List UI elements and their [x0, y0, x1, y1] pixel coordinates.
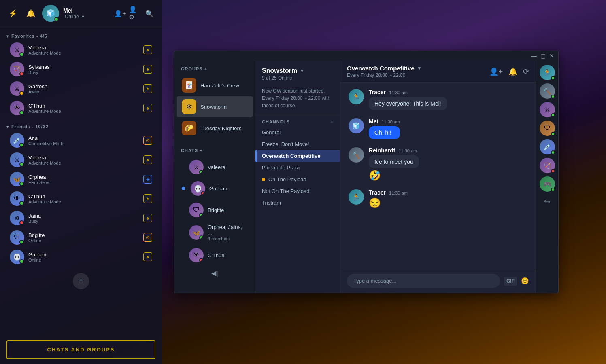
groups-list: 🃏 Han Zolo's Crew ❄ Snowstorm 🌮 Tuesday …	[174, 74, 255, 139]
top-bar: ⚡ 🔔 🧊 Mei Online ▾ 👤+ 👤⚙ 🔍	[0, 0, 162, 27]
message-input[interactable]	[347, 274, 500, 288]
favorite-item[interactable]: 👁 C'Thun Adventure Mode ♠	[3, 98, 159, 118]
notification-icon[interactable]: 🔔	[508, 67, 517, 76]
group-title-row[interactable]: Snowstorm ▼	[262, 67, 334, 74]
main-chat: Overwatch Competitive ▼ Every Friday 20:…	[340, 61, 536, 293]
friend-item[interactable]: 🦋 Orphea Hero Select ◈	[3, 169, 159, 189]
group-item[interactable]: ❄ Snowstorm	[177, 96, 253, 117]
right-panel-avatar[interactable]: ⚔	[540, 102, 555, 117]
friend-info: Garrosh Away	[28, 83, 139, 94]
channel-item[interactable]: Freeze, Don't Move!	[255, 138, 340, 150]
friend-badge: ♠	[143, 214, 152, 222]
friend-mode: Adventure Mode	[28, 109, 139, 114]
favorites-section-header[interactable]: ▾ Favorites - 4/5	[0, 30, 162, 40]
right-panel-avatar[interactable]: 🏃	[540, 65, 555, 80]
manage-friends-button[interactable]: 👤⚙	[129, 7, 141, 19]
favorite-item[interactable]: 🏹 Sylvanas Busy ♠	[3, 59, 159, 79]
friend-badge: ♠	[143, 104, 152, 112]
collapse-panel-button[interactable]: ◀|	[174, 266, 255, 280]
channel-item[interactable]: Overwatch Competitive	[255, 150, 340, 162]
friend-mode: Adventure Mode	[28, 161, 139, 165]
search-button[interactable]: 🔍	[143, 7, 155, 19]
group-avatar: ❄	[182, 99, 196, 114]
minimize-button[interactable]: —	[531, 53, 537, 59]
friend-mode: Hero Select	[28, 180, 139, 185]
message-avatar-img: 🧊	[349, 118, 364, 133]
emoji-button[interactable]: 😊	[521, 277, 529, 285]
group-item[interactable]: 🌮 Tuesday Nighters	[177, 118, 253, 139]
channel-item[interactable]: Pineapple Pizza	[255, 162, 340, 174]
chat-header: Overwatch Competitive ▼ Every Friday 20:…	[340, 61, 536, 83]
group-header: Snowstorm ▼ 9 of 25 Online	[255, 61, 340, 84]
maximize-button[interactable]: ▢	[540, 53, 546, 59]
friend-badge: ♠	[143, 84, 152, 93]
friends-section-header[interactable]: ▾ Friends - 10/32	[0, 121, 162, 131]
friend-info: C'Thun Adventure Mode	[28, 193, 139, 204]
lightning-icon[interactable]: ⚡	[6, 7, 19, 20]
chat-title-section: Overwatch Competitive ▼ Every Friday 20:…	[347, 65, 489, 78]
channel-name: Pineapple Pizza	[262, 165, 300, 171]
chats-groups-button[interactable]: CHATS AND GROUPS	[6, 340, 155, 359]
channel-item[interactable]: Not On The Payload	[255, 185, 340, 197]
right-panel-avatar[interactable]: 💉	[540, 139, 555, 154]
chat-item[interactable]: 🦋 Orphea, Jaina, ... 4 members	[177, 221, 253, 244]
friend-info: Jaina Busy	[28, 213, 139, 224]
bell-icon[interactable]: 🔔	[24, 7, 37, 20]
favorite-item[interactable]: ⚔ Garrosh Away ♠	[3, 79, 159, 98]
friend-badge: ♠	[143, 194, 152, 203]
channels-list: General Freeze, Don't Move! Overwatch Co…	[255, 127, 340, 209]
message-author: Mei	[369, 118, 378, 125]
chat-item[interactable]: 👁 C'Thun	[177, 245, 253, 266]
friend-item[interactable]: ⚔ Valeera Adventure Mode ♠	[3, 150, 159, 169]
message-avatar-img: 🔨	[349, 147, 364, 163]
chat-item-info: Valeera	[208, 164, 225, 170]
send-button[interactable]: ↪	[542, 195, 553, 209]
friend-item[interactable]: 🛡 Brigitte Online ⊙	[3, 228, 159, 247]
friend-item[interactable]: 💀 Gul'dan Online ♠	[3, 247, 159, 267]
channel-name: Not On The Payload	[262, 188, 310, 194]
channel-item[interactable]: On The Payload	[255, 174, 340, 185]
message-avatar-img: 🏃	[349, 189, 364, 205]
friend-info: Sylvanas Busy	[28, 64, 139, 75]
close-button[interactable]: ✕	[549, 53, 555, 59]
friend-item[interactable]: 💉 Ana Competitive Mode ⊙	[3, 131, 159, 150]
friend-badge: ⊙	[143, 233, 152, 242]
add-user-icon[interactable]: 👤+	[489, 67, 503, 76]
message-avatar: 🧊	[349, 118, 364, 133]
friend-item[interactable]: 👁 C'Thun Adventure Mode ♠	[3, 189, 159, 208]
friend-mode: Busy	[28, 70, 139, 75]
right-panel-avatar[interactable]: 🎮	[540, 176, 555, 192]
friend-mode: Adventure Mode	[28, 51, 139, 55]
favorite-item[interactable]: ⚔ Valeera Adventure Mode ♠	[3, 40, 159, 59]
friend-info: Brigitte Online	[28, 232, 139, 243]
friend-avatar: 👁	[10, 191, 24, 206]
chat-item-info: C'Thun	[208, 252, 225, 258]
right-panel-avatar[interactable]: 🔨	[540, 83, 555, 99]
message-author: Reinhardt	[369, 147, 395, 154]
add-group-button[interactable]: +	[73, 273, 89, 289]
group-item[interactable]: 🃏 Han Zolo's Crew	[177, 75, 253, 96]
chat-item[interactable]: 🛡 Brigitte	[177, 199, 253, 220]
channel-name: Overwatch Competitive	[262, 153, 321, 159]
chat-item[interactable]: 💀 Gul'dan	[177, 178, 253, 199]
friend-badge: ⊙	[143, 136, 152, 145]
friend-name: Orphea	[28, 174, 139, 180]
right-panel-avatar[interactable]: 🛡	[540, 121, 555, 136]
add-channel-button[interactable]: +	[331, 119, 334, 124]
chats-list: ⚔ Valeera 💀 Gul'dan 🛡 Brigitte 🦋	[174, 156, 255, 266]
chat-item-sub: 4 members	[208, 236, 248, 241]
settings-icon[interactable]: ⟳	[523, 67, 529, 76]
chat-input-area: GIF 😊	[340, 269, 536, 293]
right-panel-avatar[interactable]: 🏹	[540, 158, 555, 173]
channel-item[interactable]: Tristram	[255, 197, 340, 209]
user-status[interactable]: Online ▾	[63, 14, 84, 19]
friend-item[interactable]: ❄ Jaina Busy ♠	[3, 208, 159, 228]
message-emoji-bubble: 🤣	[369, 170, 419, 181]
gif-button[interactable]: GIF	[504, 277, 517, 286]
chat-item[interactable]: ⚔ Valeera	[177, 157, 253, 178]
chat-item-name: Gul'dan	[209, 186, 227, 192]
channel-item[interactable]: General	[255, 127, 340, 138]
friend-info: Orphea Hero Select	[28, 174, 139, 185]
add-friend-button[interactable]: 👤+	[114, 7, 126, 19]
message-content: Reinhardt 11:30 am Ice to meet you 🤣	[369, 147, 419, 181]
